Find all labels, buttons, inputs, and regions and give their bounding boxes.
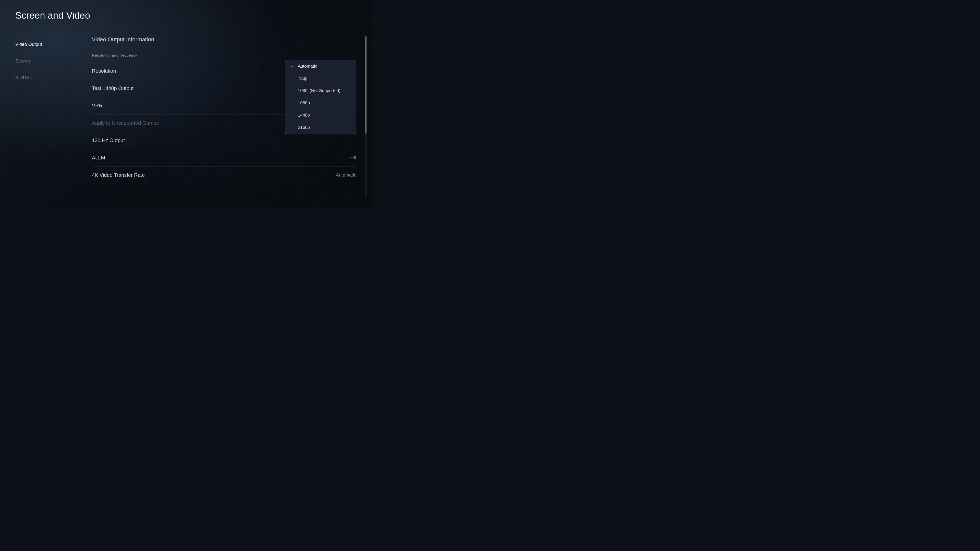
setting-label-vrr: VRR [92,103,103,109]
dropdown-option-2160p[interactable]: ✓2160p [285,121,356,134]
page-title: Screen and Video [15,10,356,21]
setting-label-4k-transfer: 4K Video Transfer Rate [92,172,145,178]
setting-label-apply-unsupported: Apply to Unsupported Games [92,120,159,126]
setting-row-hz-output[interactable]: 120 Hz Output [92,132,356,149]
resolution-dropdown[interactable]: ✓Automatic✓720p✓1080i (Not Supported)✓10… [285,60,356,134]
scrollbar-thumb[interactable] [366,36,366,134]
subsection-label: Resolution and frequency [92,53,356,57]
setting-label-allm: ALLM [92,155,105,161]
setting-value-allm: Off [350,155,356,160]
sidebar-item-screen[interactable]: Screen [15,56,87,67]
setting-row-allm[interactable]: ALLMOff [92,149,356,167]
dropdown-option-1080i[interactable]: ✓1080i (Not Supported) [285,85,356,97]
section-header: Video Output Information [92,36,356,43]
setting-label-hz-output: 120 Hz Output [92,138,125,143]
setting-label-test-1440p: Test 1440p Output [92,86,134,91]
dropdown-option-label-automatic: Automatic [298,64,317,69]
setting-row-4k-transfer[interactable]: 4K Video Transfer RateAutomatic [92,167,356,184]
content-layout: Video OutputScreenBD/DVD Video Output In… [15,36,356,198]
settings-list: Resolution✓Automatic✓720p✓1080i (Not Sup… [92,62,356,184]
dropdown-option-label-1440p: 1440p [298,113,310,118]
setting-label-resolution: Resolution [92,68,116,74]
dropdown-option-automatic[interactable]: ✓Automatic [285,60,356,73]
main-content: Video Output Information Resolution and … [87,36,356,198]
sidebar-item-bd-dvd[interactable]: BD/DVD [15,72,87,83]
setting-row-resolution[interactable]: Resolution✓Automatic✓720p✓1080i (Not Sup… [92,62,356,80]
sidebar: Video OutputScreenBD/DVD [15,36,87,198]
dropdown-option-1080p[interactable]: ✓1080p [285,97,356,109]
dropdown-option-1440p[interactable]: ✓1440p [285,109,356,121]
dropdown-option-label-720p: 720p [298,76,307,81]
page-container: Screen and Video Video OutputScreenBD/DV… [0,0,372,208]
scrollbar-track[interactable] [366,36,366,198]
setting-value-4k-transfer: Automatic [336,172,356,178]
dropdown-option-label-1080i: 1080i (Not Supported) [298,88,340,94]
dropdown-option-label-2160p: 2160p [298,125,310,130]
dropdown-option-label-1080p: 1080p [298,100,310,106]
sidebar-item-video-output[interactable]: Video Output [15,39,87,50]
check-icon: ✓ [290,64,295,68]
dropdown-option-720p[interactable]: ✓720p [285,73,356,85]
